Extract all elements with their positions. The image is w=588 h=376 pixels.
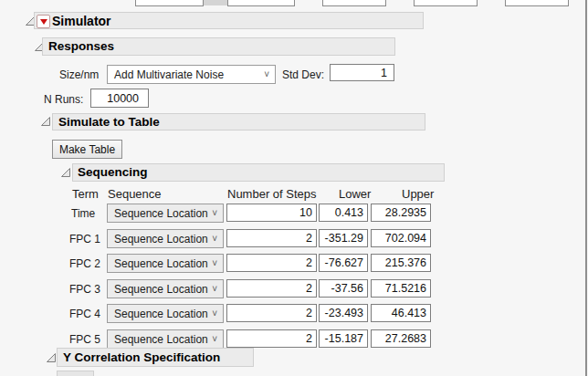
- chevron-down-icon: ˅: [212, 235, 217, 244]
- sequence-type-value: Sequence Location: [114, 283, 208, 296]
- sequencing-outline-header[interactable]: Sequencing: [72, 163, 445, 182]
- sequence-type-dropdown[interactable]: Sequence Location ˅: [107, 204, 224, 223]
- sequence-type-value: Sequence Location: [114, 308, 208, 320]
- upper-input[interactable]: [371, 304, 431, 322]
- std-dev-input[interactable]: [330, 64, 394, 81]
- steps-input[interactable]: [226, 279, 317, 298]
- responses-outline-header[interactable]: Responses: [42, 37, 395, 56]
- partial-input-box[interactable]: [322, 0, 386, 6]
- simulate-to-table-outline-header[interactable]: Simulate to Table: [52, 113, 425, 131]
- noise-type-value: Add Multivariate Noise: [114, 68, 224, 81]
- steps-input[interactable]: [226, 254, 317, 272]
- sequencing-title: Sequencing: [78, 166, 148, 179]
- disclosure-triangle-icon[interactable]: [47, 353, 56, 362]
- lower-input[interactable]: [319, 279, 368, 298]
- lower-input[interactable]: [319, 204, 368, 222]
- col-header-term: Term: [72, 187, 99, 201]
- upper-input[interactable]: [371, 204, 431, 222]
- y-correlation-outline-header[interactable]: Y Correlation Specification: [57, 348, 254, 367]
- std-dev-label: Std Dev:: [282, 68, 324, 81]
- col-header-upper: Upper: [402, 187, 434, 201]
- partial-input-box[interactable]: [414, 0, 478, 6]
- responses-title: Responses: [48, 40, 114, 53]
- term-label: FPC 5: [69, 333, 100, 346]
- window-right-border: [585, 0, 587, 376]
- upper-input[interactable]: [371, 254, 431, 272]
- lower-input[interactable]: [319, 304, 368, 322]
- upper-input[interactable]: [371, 229, 431, 247]
- lower-input[interactable]: [319, 329, 368, 348]
- sequence-type-dropdown[interactable]: Sequence Location ˅: [107, 254, 224, 273]
- term-label: Time: [71, 207, 95, 220]
- col-header-steps: Number of Steps: [227, 187, 317, 201]
- partial-input-box[interactable]: [227, 0, 295, 6]
- term-label: FPC 1: [69, 233, 100, 245]
- sequence-type-dropdown[interactable]: Sequence Location ˅: [107, 304, 224, 323]
- n-runs-label: N Runs:: [44, 93, 83, 106]
- sequence-type-dropdown[interactable]: Sequence Location ˅: [107, 229, 224, 248]
- simulate-to-table-title: Simulate to Table: [58, 116, 160, 129]
- lower-input[interactable]: [319, 229, 368, 247]
- term-label: FPC 4: [69, 308, 100, 320]
- n-runs-input[interactable]: [90, 89, 149, 108]
- make-table-button[interactable]: Make Table: [52, 140, 122, 159]
- upper-input[interactable]: [371, 279, 431, 298]
- term-label: FPC 3: [69, 283, 100, 296]
- term-label: FPC 2: [69, 257, 100, 270]
- sequence-type-value: Sequence Location: [114, 257, 208, 270]
- simulator-title: Simulator: [52, 15, 111, 27]
- sequence-type-value: Sequence Location: [114, 207, 208, 220]
- steps-input[interactable]: [226, 204, 317, 222]
- chevron-down-icon: ˅: [212, 285, 217, 294]
- chevron-down-icon: ˅: [212, 335, 217, 344]
- sequence-type-value: Sequence Location: [114, 333, 208, 346]
- y-correlation-title: Y Correlation Specification: [63, 351, 220, 364]
- chevron-down-icon: ˅: [212, 259, 217, 268]
- simulator-panel: { "icons": { "chevron_down": "˅", "red_m…: [0, 0, 588, 376]
- disclosure-triangle-icon[interactable]: [41, 117, 50, 126]
- partial-element-below: [57, 371, 94, 376]
- partial-input-box[interactable]: [135, 0, 204, 6]
- chevron-down-icon: ˅: [264, 70, 269, 79]
- upper-input[interactable]: [371, 329, 431, 348]
- sequence-type-dropdown[interactable]: Sequence Location ˅: [107, 279, 224, 298]
- disclosure-triangle-icon[interactable]: [61, 168, 70, 177]
- chevron-down-icon: ˅: [212, 209, 217, 218]
- steps-input[interactable]: [226, 329, 317, 348]
- col-header-lower: Lower: [339, 187, 371, 201]
- sequence-type-value: Sequence Location: [114, 233, 208, 245]
- noise-type-dropdown[interactable]: Add Multivariate Noise ˅: [107, 65, 276, 84]
- steps-input[interactable]: [226, 229, 317, 247]
- size-nm-label: Size/nm: [59, 68, 99, 81]
- col-header-sequence: Sequence: [108, 187, 162, 201]
- lower-input[interactable]: [319, 254, 368, 272]
- simulator-outline-header[interactable]: Simulator: [34, 12, 424, 29]
- chevron-down-icon: ˅: [212, 309, 217, 319]
- partial-selected-cell[interactable]: [204, 0, 227, 5]
- partial-input-box[interactable]: [505, 0, 569, 6]
- red-triangle-menu-icon[interactable]: [37, 15, 50, 28]
- steps-input[interactable]: [226, 304, 317, 322]
- red-triangle-glyph: [40, 19, 47, 25]
- sequence-type-dropdown[interactable]: Sequence Location ˅: [107, 329, 224, 349]
